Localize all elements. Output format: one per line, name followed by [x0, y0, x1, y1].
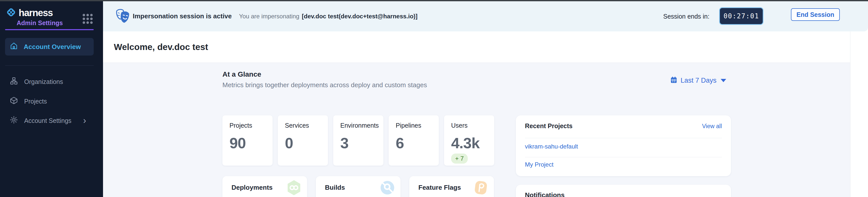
session-ends-label: Session ends in: [663, 13, 709, 20]
notifications-title: Notifications [525, 191, 564, 197]
page-title: Welcome, dev.doc test [114, 42, 208, 52]
date-range-value: Last 7 Days [681, 77, 717, 84]
calendar-icon [670, 76, 678, 85]
stat-card-environments[interactable]: Environments 3 [333, 115, 383, 166]
main-content: Welcome, dev.doc test At a Glance Metric… [103, 31, 850, 197]
organizations-icon [9, 77, 18, 87]
sidebar-item-label: Account Settings [24, 117, 71, 124]
users-delta-badge: + 7 [451, 154, 468, 164]
home-icon [9, 42, 18, 52]
stat-card-services[interactable]: Services 0 [278, 115, 328, 166]
chevron-down-icon [721, 79, 726, 82]
chevron-right-icon: › [83, 116, 86, 125]
module-card-builds[interactable]: Builds [316, 176, 401, 197]
stat-label: Projects [229, 122, 252, 129]
gear-icon [9, 116, 18, 126]
sidebar-divider [5, 65, 94, 66]
stat-value: 6 [396, 134, 404, 152]
scrollbar-gutter[interactable] [850, 31, 868, 197]
end-session-button[interactable]: End Session [791, 8, 840, 21]
modules-row: Deployments Builds [222, 176, 494, 197]
stat-card-pipelines[interactable]: Pipelines 6 [389, 115, 439, 166]
stat-label: Environments [340, 122, 379, 129]
stat-label: Users [451, 122, 467, 129]
masks-icon [115, 8, 131, 25]
stat-value: 0 [285, 134, 293, 152]
recent-projects-panel: Recent Projects View all vikram-sahu-def… [516, 115, 731, 176]
stat-label: Services [285, 122, 309, 129]
divider [525, 157, 722, 157]
recent-project-link[interactable]: vikram-sahu-default [525, 143, 578, 150]
divider [525, 138, 722, 138]
sidebar-item-projects[interactable]: Projects [5, 93, 94, 109]
harness-logo-icon [5, 7, 17, 19]
notifications-panel: Notifications [516, 185, 731, 197]
recent-project-link[interactable]: My Project [525, 161, 553, 168]
stat-value: 3 [340, 134, 348, 152]
app-root: harness Admin Settings Account Overview [0, 0, 868, 197]
module-title: Deployments [231, 184, 273, 192]
module-title: Feature Flags [418, 184, 461, 192]
projects-icon [9, 96, 18, 106]
sidebar-item-label: Projects [24, 98, 47, 105]
stats-row: Projects 90 Services 0 Environments 3 Pi… [222, 115, 494, 166]
module-card-deployments[interactable]: Deployments [222, 176, 307, 197]
sidebar-item-account-settings[interactable]: Account Settings › [5, 113, 94, 129]
impersonation-banner: Impersonation session is active You are … [103, 1, 868, 31]
session-timer: 00:27:01 [719, 7, 764, 25]
stat-value: 90 [229, 134, 246, 152]
stat-value: 4.3k [451, 134, 479, 152]
sidebar-item-label: Organizations [24, 78, 63, 85]
sidebar: harness Admin Settings Account Overview [0, 1, 103, 197]
recent-projects-title: Recent Projects [525, 122, 572, 130]
module-label: Admin Settings [17, 19, 63, 27]
builds-icon [379, 180, 396, 197]
module-title: Builds [325, 184, 345, 192]
impersonated-user: [dev.doc test(dev.doc+test@harness.io)] [302, 13, 417, 20]
view-all-link[interactable]: View all [702, 123, 722, 130]
stat-card-projects[interactable]: Projects 90 [222, 115, 273, 166]
feature-flags-icon [473, 180, 489, 197]
welcome-band: Welcome, dev.doc test [103, 31, 850, 63]
sidebar-item-organizations[interactable]: Organizations [5, 74, 94, 90]
apps-grid-icon[interactable] [83, 14, 93, 24]
sidebar-item-account-overview[interactable]: Account Overview [5, 38, 94, 55]
impersonation-title: Impersonation session is active [133, 12, 232, 20]
sidebar-item-label: Account Overview [24, 43, 81, 51]
harness-logo[interactable]: harness [5, 7, 53, 19]
impersonating-prefix: You are impersonating [239, 13, 299, 20]
deployments-icon [286, 180, 302, 197]
module-underline [5, 29, 94, 30]
stat-label: Pipelines [396, 122, 421, 129]
glance-subtitle: Metrics brings together deployments acro… [222, 81, 427, 89]
glance-title: At a Glance [222, 70, 261, 78]
brand-name: harness [19, 7, 53, 18]
date-range-selector[interactable]: Last 7 Days [670, 76, 726, 85]
impersonation-subtitle: You are impersonating [dev.doc test(dev.… [239, 13, 417, 20]
module-card-feature-flags[interactable]: Feature Flags [409, 176, 494, 197]
stat-card-users[interactable]: Users 4.3k + 7 [444, 115, 494, 166]
